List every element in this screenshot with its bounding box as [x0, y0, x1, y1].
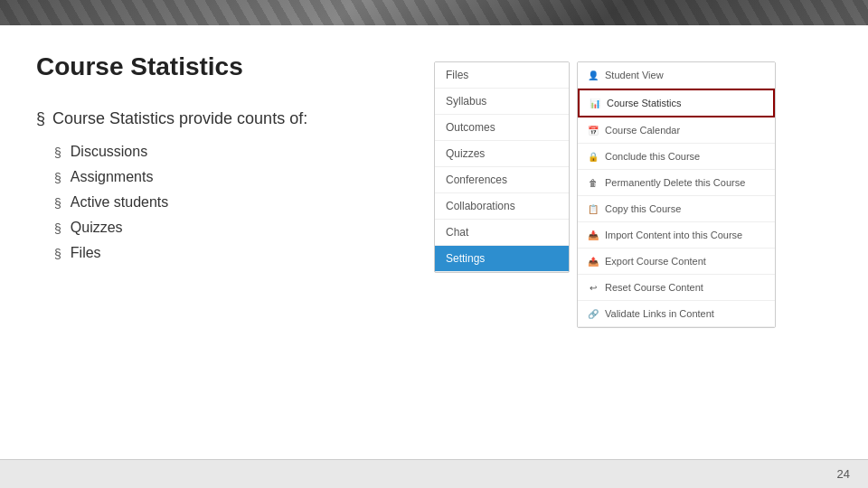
- bullet-text: Active students: [71, 194, 169, 211]
- calendar-icon: 📅: [587, 124, 599, 136]
- sidebar-item[interactable]: 🔗Validate Links in Content: [578, 301, 775, 327]
- menu-item[interactable]: Chat: [435, 220, 569, 246]
- sidebar-item-label: Copy this Course: [605, 203, 681, 214]
- page-number: 24: [837, 467, 850, 481]
- sidebar-item[interactable]: ↩Reset Course Content: [578, 275, 775, 301]
- screenshot-menu: FilesSyllabusOutcomesQuizzesConferencesC…: [434, 61, 570, 273]
- menu-item[interactable]: Conferences: [435, 167, 569, 193]
- sidebar-item-label: Student View: [605, 70, 664, 80]
- sidebar-item[interactable]: 📤Export Course Content: [578, 249, 775, 275]
- bullet-item: §Quizzes: [54, 220, 416, 236]
- copy-icon: 📋: [587, 202, 599, 215]
- reset-icon: ↩: [587, 281, 599, 294]
- bullet-item: §Discussions: [54, 144, 416, 160]
- person-icon: 👤: [587, 69, 599, 81]
- sidebar-item-label: Export Course Content: [605, 256, 706, 267]
- chart-icon: 📊: [589, 97, 601, 109]
- sidebar-item-label: Reset Course Content: [605, 282, 703, 293]
- bullet-marker: §: [54, 145, 61, 160]
- export-icon: 📤: [587, 255, 599, 267]
- bullet-marker: §: [54, 221, 61, 236]
- lock-icon: 🔒: [587, 150, 599, 163]
- sidebar-item[interactable]: 📥Import Content into this Course: [578, 222, 775, 249]
- sidebar-item[interactable]: 🔒Conclude this Course: [578, 144, 775, 170]
- bullet-marker: §: [54, 196, 61, 211]
- bullet-text: Quizzes: [71, 220, 123, 236]
- sidebar-item-label: Conclude this Course: [605, 151, 700, 162]
- bullet-marker-main: §: [36, 109, 45, 127]
- sidebar-item[interactable]: 👤Student View: [578, 62, 775, 89]
- bullet-item: §Active students: [54, 194, 416, 211]
- sidebar-item[interactable]: 📊Course Statistics: [578, 89, 775, 117]
- sidebar-item-label: Course Calendar: [605, 125, 680, 136]
- left-panel: Course Statistics §Course Statistics pro…: [36, 52, 434, 441]
- bullet-marker: §: [54, 171, 61, 185]
- bullet-item: §Files: [54, 245, 416, 261]
- intro-text: §Course Statistics provide counts of:: [36, 108, 416, 129]
- bottom-bar: 24: [0, 459, 868, 488]
- sidebar-item-label: Validate Links in Content: [605, 308, 714, 319]
- menu-item[interactable]: Settings: [435, 246, 569, 272]
- menu-item[interactable]: Collaborations: [435, 193, 569, 220]
- sidebar-item[interactable]: 🗑Permanently Delete this Course: [578, 170, 775, 196]
- bullet-list: §Discussions§Assignments§Active students…: [54, 144, 416, 261]
- import-icon: 📥: [587, 229, 599, 241]
- page-title: Course Statistics: [36, 52, 416, 81]
- sidebar-item-label: Import Content into this Course: [605, 230, 742, 240]
- top-bar: [0, 0, 868, 25]
- bullet-text: Discussions: [71, 144, 147, 160]
- top-bar-pattern: [0, 0, 868, 25]
- sidebar-item-label: Course Statistics: [607, 98, 682, 108]
- sidebar-item-label: Permanently Delete this Course: [605, 177, 745, 188]
- trash-icon: 🗑: [587, 176, 599, 189]
- bullet-item: §Assignments: [54, 169, 416, 185]
- menu-item[interactable]: Files: [435, 62, 569, 89]
- screenshot-sidebar: 👤Student View📊Course Statistics📅Course C…: [577, 61, 776, 328]
- bullet-text: Assignments: [71, 169, 154, 185]
- main-content: Course Statistics §Course Statistics pro…: [0, 25, 868, 459]
- sidebar-item[interactable]: 📅Course Calendar: [578, 117, 775, 144]
- right-panel: FilesSyllabusOutcomesQuizzesConferencesC…: [434, 52, 832, 441]
- bullet-text: Files: [71, 245, 101, 261]
- link-icon: 🔗: [587, 307, 599, 320]
- menu-item[interactable]: Syllabus: [435, 89, 569, 115]
- menu-item[interactable]: Quizzes: [435, 141, 569, 167]
- menu-item[interactable]: Outcomes: [435, 115, 569, 141]
- bullet-marker: §: [54, 247, 61, 261]
- sidebar-item[interactable]: 📋Copy this Course: [578, 196, 775, 222]
